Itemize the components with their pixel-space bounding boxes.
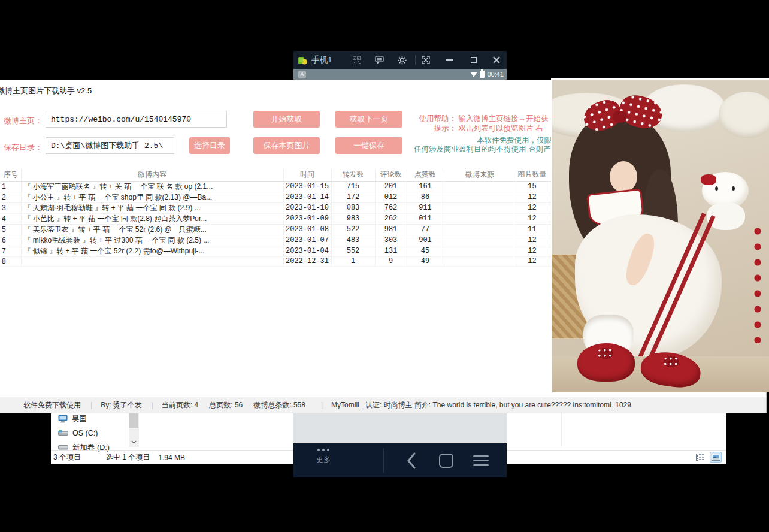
cell-like: 911 bbox=[407, 202, 444, 213]
recents-button[interactable] bbox=[471, 451, 491, 471]
cell-count: 11 bbox=[516, 224, 549, 235]
cell-source bbox=[444, 235, 516, 246]
cell-repost: 1 bbox=[331, 256, 375, 266]
explorer-item-pc[interactable]: 昊国 bbox=[58, 412, 127, 425]
wifi-icon bbox=[470, 72, 477, 77]
cell-repost: 522 bbox=[331, 224, 375, 235]
cell-repost: 983 bbox=[331, 213, 375, 224]
fullscreen-button[interactable] bbox=[418, 54, 434, 66]
chevron-down-icon bbox=[131, 440, 137, 444]
minimize-button[interactable] bbox=[442, 54, 458, 66]
cell-like: 161 bbox=[407, 181, 444, 192]
cell-comment: 262 bbox=[375, 213, 407, 224]
cell-seq: 4 bbox=[1, 213, 21, 224]
choose-dir-button[interactable]: 选择目录 bbox=[189, 137, 230, 154]
scrollbar-down-button[interactable] bbox=[129, 437, 139, 447]
notice-line1: 本软件免费使用，仅限学 bbox=[477, 136, 559, 145]
cell-like: 49 bbox=[407, 256, 444, 266]
cell-like: 901 bbox=[407, 235, 444, 246]
thumbnail-view-icon bbox=[712, 454, 720, 461]
cell-time: 2023-01-10 bbox=[283, 202, 331, 213]
col-header-source[interactable]: 微博来源 bbox=[444, 169, 516, 181]
cell-source bbox=[444, 192, 516, 202]
maximize-button[interactable] bbox=[466, 54, 482, 66]
emulator-title: 手机1 bbox=[311, 55, 332, 65]
cell-comment: 131 bbox=[375, 246, 407, 256]
back-button[interactable] bbox=[401, 451, 422, 471]
help-line2-text: 双击列表可以预览图片 右 bbox=[458, 124, 543, 132]
cell-source bbox=[444, 256, 516, 266]
feedback-button[interactable] bbox=[372, 54, 387, 66]
qr-code-button[interactable] bbox=[349, 54, 365, 66]
navbar-divider bbox=[383, 448, 384, 473]
app-statusbar: 软件免费下载使用 | By: 烫了个发 | 当前页数: 4 总页数: 56 微博… bbox=[0, 397, 766, 413]
save-dir-input[interactable] bbox=[46, 137, 174, 154]
cell-content: 『 似锦 』转 + 平 菗 一个宝 52r (2.2) 需fo@—Withpuj… bbox=[21, 246, 283, 256]
memu-logo-icon bbox=[298, 55, 308, 65]
menu-lines-icon bbox=[473, 455, 489, 466]
cell-source bbox=[444, 181, 516, 192]
titlebar-separator bbox=[415, 55, 416, 65]
help-line2-label: 提示： bbox=[417, 123, 456, 133]
explorer-item-drive-c[interactable]: OS (C:) bbox=[58, 427, 127, 440]
col-header-count[interactable]: 图片数量 bbox=[516, 169, 549, 181]
cell-time: 2023-01-15 bbox=[283, 181, 331, 192]
details-view-button[interactable] bbox=[694, 452, 706, 463]
berry-garland-shape bbox=[751, 223, 767, 343]
col-header-like[interactable]: 点赞数 bbox=[407, 169, 444, 181]
android-navbar: 更多 bbox=[293, 443, 507, 477]
android-statusbar: A 00:41 bbox=[293, 69, 507, 80]
computer-icon bbox=[58, 415, 68, 423]
cell-time: 2022-12-31 bbox=[283, 256, 331, 266]
ime-indicator-icon: A bbox=[298, 71, 306, 78]
cell-count: 15 bbox=[516, 181, 549, 192]
explorer-item-count: 3 个项目 bbox=[53, 452, 81, 463]
col-header-comment[interactable]: 评论数 bbox=[375, 169, 407, 181]
explorer-selected-size: 1.94 MB bbox=[158, 454, 185, 462]
cell-comment: 981 bbox=[375, 224, 407, 235]
save-all-button[interactable]: 一键保存 bbox=[335, 137, 402, 154]
cell-time: 2023-01-14 bbox=[283, 192, 331, 202]
maximize-icon bbox=[471, 57, 477, 63]
cell-comment: 762 bbox=[375, 202, 407, 213]
col-header-repost[interactable]: 转发数 bbox=[331, 169, 375, 181]
cell-seq: 5 bbox=[1, 224, 21, 235]
help-line1-label: 使用帮助： bbox=[417, 114, 456, 123]
close-icon bbox=[493, 56, 500, 64]
fetch-next-page-button[interactable]: 获取下一页 bbox=[335, 111, 402, 128]
thumbnail-view-button[interactable] bbox=[710, 452, 722, 463]
cell-count: 12 bbox=[516, 213, 549, 224]
col-header-seq[interactable]: 序号 bbox=[1, 169, 21, 181]
settings-button[interactable] bbox=[395, 54, 410, 66]
cell-content: 『 mikko毛绒套装 』转 + 平 过300 菗 一个宝 同 款 (2.5) … bbox=[21, 235, 283, 246]
gear-icon bbox=[398, 56, 407, 65]
emulator-titlebar[interactable]: 手机1 bbox=[293, 51, 507, 69]
home-button[interactable] bbox=[436, 451, 456, 471]
more-button[interactable]: 更多 bbox=[310, 449, 337, 465]
cell-time: 2023-01-09 bbox=[283, 213, 331, 224]
col-header-time[interactable]: 时间 bbox=[283, 169, 331, 181]
start-fetch-button[interactable]: 开始获取 bbox=[253, 111, 320, 128]
help-line1-text: 输入微博主页链接→开始获 bbox=[458, 114, 548, 123]
cell-seq: 6 bbox=[1, 235, 21, 246]
notice-line2: 任何涉及商业盈利目的均不得使用 否则产 bbox=[414, 145, 559, 154]
cell-repost: 483 bbox=[331, 235, 375, 246]
save-page-images-button[interactable]: 保存本页图片 bbox=[253, 137, 320, 154]
status-free-download: 软件免费下载使用 bbox=[23, 400, 81, 410]
close-button[interactable] bbox=[489, 54, 504, 66]
desktop: 昊国 OS (C:) 新加卷 (D:) bbox=[0, 0, 769, 532]
cell-time: 2023-01-04 bbox=[283, 246, 331, 256]
cell-seq: 1 bbox=[1, 181, 21, 192]
home-url-input[interactable] bbox=[46, 111, 227, 128]
qr-code-icon bbox=[353, 56, 361, 64]
cell-content: 『 小公主 』转 + 平 菗 一个宝 shop里 同 款(2.13) @—Ba.… bbox=[21, 192, 283, 202]
statusbar-separator: | bbox=[321, 401, 323, 409]
col-header-content[interactable]: 微博内容 bbox=[21, 169, 283, 181]
cell-seq: 7 bbox=[1, 246, 21, 256]
status-current-page: 当前页数: 4 bbox=[162, 400, 198, 410]
explorer-scrollbar[interactable] bbox=[129, 410, 139, 447]
window-title: 微博主页图片下载助手 v2.5 bbox=[0, 86, 92, 96]
more-label: 更多 bbox=[316, 455, 331, 465]
fullscreen-icon bbox=[422, 56, 430, 64]
cell-count: 12 bbox=[516, 256, 549, 266]
